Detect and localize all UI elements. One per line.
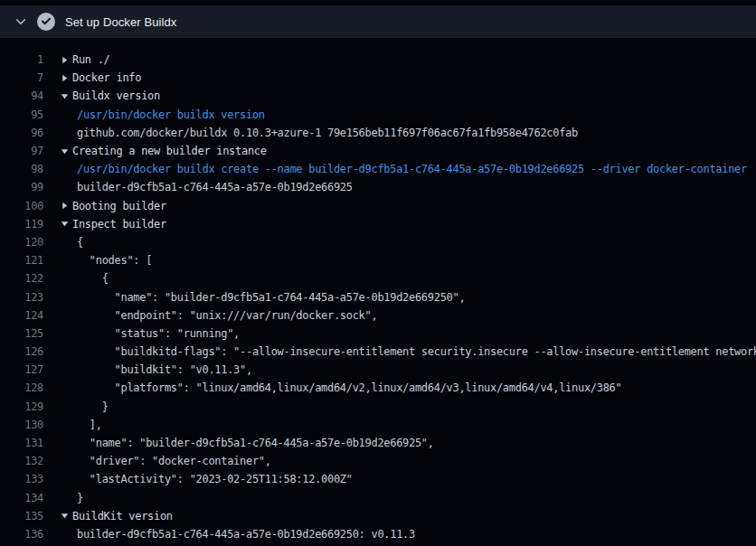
line-number[interactable]: 98 xyxy=(0,163,43,175)
log-group-title[interactable]: BuildKit version xyxy=(72,510,173,522)
log-line: 121 "nodes": [ xyxy=(0,251,756,269)
log-output-text: "lastActivity": "2023-02-25T11:58:12.000… xyxy=(77,473,353,485)
log-group-line: 100Booting builder xyxy=(0,197,756,215)
log-output-text: "name": "builder-d9cfb5a1-c764-445a-a57e… xyxy=(77,291,465,304)
log-line: 120{ xyxy=(0,233,756,251)
line-number[interactable]: 127 xyxy=(0,363,43,376)
log-group-line: 1Run ./ xyxy=(0,51,756,69)
log-output-text: } xyxy=(77,492,83,504)
log-line: 129 } xyxy=(0,398,756,416)
line-number[interactable]: 125 xyxy=(0,327,43,340)
line-number[interactable]: 94 xyxy=(0,89,43,102)
triangle-right-icon xyxy=(61,202,72,210)
log-line: 134} xyxy=(0,489,756,507)
log-output-text: "buildkitd-flags": "--allow-insecure-ent… xyxy=(77,345,756,358)
line-number[interactable]: 1 xyxy=(0,53,43,66)
log-line: 133 "lastActivity": "2023-02-25T11:58:12… xyxy=(0,470,756,488)
log-line: 96github.com/docker/buildx 0.10.3+azure-… xyxy=(0,124,756,142)
log-output-text: "endpoint": "unix:///var/run/docker.sock… xyxy=(77,309,377,322)
log-line: 95/usr/bin/docker buildx version xyxy=(0,106,756,124)
log-output-text: "platforms": "linux/amd64,linux/amd64/v2… xyxy=(77,381,621,394)
log-line: 126 "buildkitd-flags": "--allow-insecure… xyxy=(0,343,756,361)
log-area: 1Run ./7Docker info94Buildx version95/us… xyxy=(0,38,756,543)
log-line: 132 "driver": "docker-container", xyxy=(0,452,756,470)
triangle-down-icon xyxy=(61,147,72,155)
log-group-title[interactable]: Inspect builder xyxy=(72,218,166,231)
log-group-line: 135BuildKit version xyxy=(0,507,756,525)
log-group-title[interactable]: Docker info xyxy=(72,71,141,84)
log-line: 122 { xyxy=(0,269,756,287)
log-line: 136builder-d9cfb5a1-c764-445a-a57e-0b19d… xyxy=(0,525,756,543)
line-number[interactable]: 135 xyxy=(0,510,43,522)
log-group-title[interactable]: Creating a new builder instance xyxy=(72,145,267,157)
triangle-right-icon xyxy=(61,56,72,64)
log-line: 99builder-d9cfb5a1-c764-445a-a57e-0b19d2… xyxy=(0,178,756,196)
line-number[interactable]: 122 xyxy=(0,272,43,285)
line-number[interactable]: 7 xyxy=(0,71,43,84)
log-line: 98/usr/bin/docker buildx create --name b… xyxy=(0,160,756,178)
line-number[interactable]: 134 xyxy=(0,492,43,504)
log-group-line: 7Docker info xyxy=(0,69,756,87)
line-number[interactable]: 120 xyxy=(0,236,43,249)
log-group-title[interactable]: Run ./ xyxy=(72,53,110,66)
line-number[interactable]: 97 xyxy=(0,145,43,157)
log-output-text: "status": "running", xyxy=(77,327,240,340)
line-number[interactable]: 126 xyxy=(0,345,43,358)
line-number[interactable]: 131 xyxy=(0,437,43,449)
log-line: 131 "name": "builder-d9cfb5a1-c764-445a-… xyxy=(0,434,756,452)
line-number[interactable]: 96 xyxy=(0,127,43,139)
log-line: 125 "status": "running", xyxy=(0,325,756,343)
line-number[interactable]: 136 xyxy=(0,528,43,541)
log-output-text: "driver": "docker-container", xyxy=(77,455,271,467)
line-number[interactable]: 132 xyxy=(0,455,43,467)
log-output-text: github.com/docker/buildx 0.10.3+azure-1 … xyxy=(77,127,578,139)
actions-log-viewer: Set up Docker Buildx 1Run ./7Docker info… xyxy=(0,5,756,543)
line-number[interactable]: 100 xyxy=(0,200,43,212)
line-number[interactable]: 95 xyxy=(0,108,43,121)
line-number[interactable]: 124 xyxy=(0,309,43,322)
log-command-text: /usr/bin/docker buildx version xyxy=(77,108,265,121)
log-group-line: 94Buildx version xyxy=(0,87,756,105)
log-output-text: ], xyxy=(77,419,102,431)
triangle-right-icon xyxy=(61,74,72,82)
log-output-text: builder-d9cfb5a1-c764-445a-a57e-0b19d2e6… xyxy=(77,181,353,193)
line-number[interactable]: 119 xyxy=(0,218,43,231)
log-group-title[interactable]: Booting builder xyxy=(72,200,166,212)
line-number[interactable]: 129 xyxy=(0,400,43,413)
log-line: 128 "platforms": "linux/amd64,linux/amd6… xyxy=(0,379,756,397)
triangle-down-icon xyxy=(61,512,72,520)
step-header[interactable]: Set up Docker Buildx xyxy=(0,5,756,38)
log-group-title[interactable]: Buildx version xyxy=(72,89,160,102)
log-line: 130 ], xyxy=(0,416,756,434)
log-line: 123 "name": "builder-d9cfb5a1-c764-445a-… xyxy=(0,287,756,306)
log-output-text: "nodes": [ xyxy=(77,254,152,267)
log-line: 127 "buildkit": "v0.11.3", xyxy=(0,361,756,379)
log-output-text: "name": "builder-d9cfb5a1-c764-445a-a57e… xyxy=(77,437,434,449)
line-number[interactable]: 121 xyxy=(0,254,43,267)
log-group-line: 119Inspect builder xyxy=(0,215,756,233)
log-output-text: "buildkit": "v0.11.3", xyxy=(77,363,252,376)
line-number[interactable]: 128 xyxy=(0,381,43,394)
check-circle-icon xyxy=(37,13,55,31)
log-command-text: /usr/bin/docker buildx create --name bui… xyxy=(77,163,747,175)
line-number[interactable]: 123 xyxy=(0,291,43,304)
log-output-text: builder-d9cfb5a1-c764-445a-a57e-0b19d2e6… xyxy=(77,528,415,541)
line-number[interactable]: 130 xyxy=(0,419,43,431)
chevron-down-icon[interactable] xyxy=(14,15,27,28)
log-output-text: { xyxy=(77,272,109,285)
line-number[interactable]: 133 xyxy=(0,473,43,485)
triangle-down-icon xyxy=(61,92,72,100)
log-output-text: } xyxy=(77,400,109,413)
line-number[interactable]: 99 xyxy=(0,181,43,193)
triangle-down-icon xyxy=(61,220,72,228)
log-line: 124 "endpoint": "unix:///var/run/docker.… xyxy=(0,306,756,325)
step-title: Set up Docker Buildx xyxy=(65,15,176,29)
log-output-text: { xyxy=(77,236,83,249)
log-group-line: 97Creating a new builder instance xyxy=(0,142,756,160)
